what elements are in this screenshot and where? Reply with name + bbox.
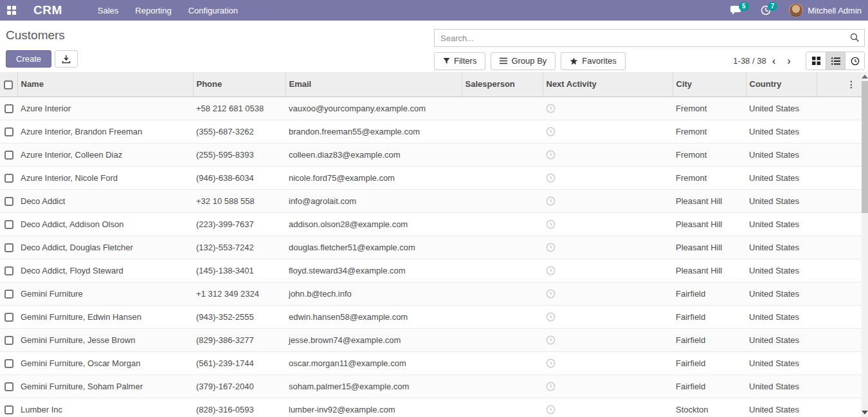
scrollbar-thumb[interactable] [862,81,868,213]
cell-city[interactable]: Fremont [673,97,746,120]
cell-next-activity[interactable] [543,143,673,166]
cell-city[interactable]: Pleasant Hill [673,189,746,212]
row-checkbox[interactable] [5,220,14,229]
row-checkbox[interactable] [5,313,14,322]
customer-row[interactable]: Azure Interior, Colleen Diaz (255)-595-8… [0,143,862,166]
customer-row[interactable]: Deco Addict, Floyd Steward (145)-138-340… [0,259,862,282]
row-checkbox[interactable] [5,174,14,183]
cell-salesperson[interactable] [462,375,543,398]
cell-country[interactable]: United States [746,305,817,328]
app-name[interactable]: CRM [33,3,62,17]
cell-next-activity[interactable] [543,120,673,143]
select-all-checkbox[interactable] [4,80,13,89]
cell-country[interactable]: United States [746,375,817,398]
cell-phone[interactable]: (829)-386-3277 [193,328,285,351]
customer-row[interactable]: Gemini Furniture, Edwin Hansen (943)-352… [0,305,862,328]
pager-next-button[interactable]: › [781,55,797,66]
search-icon[interactable] [850,33,860,45]
cell-city[interactable]: Fremont [673,120,746,143]
customer-row[interactable]: Gemini Furniture, Soham Palmer (379)-167… [0,375,862,398]
cell-name[interactable]: Lumber Inc [17,398,193,417]
cell-phone[interactable]: (255)-595-8393 [193,143,285,166]
cell-name[interactable]: Azure Interior, Colleen Diaz [17,143,193,166]
cell-email[interactable]: colleen.diaz83@example.com [285,143,462,166]
cell-name[interactable]: Gemini Furniture [17,282,193,305]
customer-row[interactable]: Gemini Furniture +1 312 349 2324 john.b@… [0,282,862,305]
cell-salesperson[interactable] [462,328,543,351]
cell-name[interactable]: Azure Interior, Nicole Ford [17,166,193,189]
cell-name[interactable]: Azure Interior, Brandon Freeman [17,120,193,143]
customer-row[interactable]: Azure Interior, Brandon Freeman (355)-68… [0,120,862,143]
cell-name[interactable]: Azure Interior [17,97,193,120]
cell-phone[interactable]: (355)-687-3262 [193,120,285,143]
cell-next-activity[interactable] [543,97,673,120]
cell-phone[interactable]: (943)-352-2555 [193,305,285,328]
cell-email[interactable]: vauxoo@yourcompany.example.com [285,97,462,120]
cell-name[interactable]: Gemini Furniture, Oscar Morgan [17,351,193,375]
pager-previous-button[interactable]: ‹ [766,55,782,66]
cell-name[interactable]: Deco Addict [17,189,193,212]
cell-salesperson[interactable] [462,351,543,375]
cell-phone[interactable]: (561)-239-1744 [193,351,285,375]
export-button[interactable] [55,50,78,68]
vertical-scrollbar[interactable] [862,72,868,417]
cell-email[interactable]: nicole.ford75@example.com [285,166,462,189]
cell-next-activity[interactable] [543,398,673,417]
row-checkbox[interactable] [5,197,14,206]
cell-phone[interactable]: (223)-399-7637 [193,212,285,236]
row-checkbox[interactable] [5,151,14,160]
cell-next-activity[interactable] [543,375,673,398]
menu-configuration[interactable]: Configuration [180,0,246,21]
cell-country[interactable]: United States [746,97,817,120]
create-button[interactable]: Create [6,50,51,68]
row-checkbox[interactable] [5,290,14,299]
customer-row[interactable]: Azure Interior, Nicole Ford (946)-638-60… [0,166,862,189]
apps-menu-button[interactable] [0,0,23,21]
cell-next-activity[interactable] [543,259,673,282]
cell-salesperson[interactable] [462,212,543,236]
cell-email[interactable]: jesse.brown74@example.com [285,328,462,351]
cell-salesperson[interactable] [462,189,543,212]
cell-phone[interactable]: +32 10 588 558 [193,189,285,212]
cell-salesperson[interactable] [462,398,543,417]
cell-city[interactable]: Fairfield [673,328,746,351]
cell-email[interactable]: john.b@tech.info [285,282,462,305]
cell-salesperson[interactable] [462,259,543,282]
cell-country[interactable]: United States [746,328,817,351]
cell-email[interactable]: lumber-inv92@example.com [285,398,462,417]
column-header-city[interactable]: City [673,72,746,97]
cell-city[interactable]: Pleasant Hill [673,236,746,259]
cell-phone[interactable]: +58 212 681 0538 [193,97,285,120]
customer-row[interactable]: Deco Addict, Addison Olson (223)-399-763… [0,212,862,236]
cell-phone[interactable]: (946)-638-6034 [193,166,285,189]
cell-city[interactable]: Fairfield [673,282,746,305]
cell-email[interactable]: brandon.freeman55@example.com [285,120,462,143]
row-checkbox[interactable] [5,405,14,414]
cell-name[interactable]: Gemini Furniture, Edwin Hansen [17,305,193,328]
cell-city[interactable]: Pleasant Hill [673,212,746,236]
cell-country[interactable]: United States [746,398,817,417]
row-checkbox[interactable] [5,266,14,275]
cell-next-activity[interactable] [543,189,673,212]
cell-email[interactable]: floyd.steward34@example.com [285,259,462,282]
activities-button[interactable]: 7 [761,5,778,15]
menu-reporting[interactable]: Reporting [127,0,179,21]
menu-sales[interactable]: Sales [89,0,127,21]
cell-salesperson[interactable] [462,305,543,328]
cell-phone[interactable]: (379)-167-2040 [193,375,285,398]
column-header-country[interactable]: Country [746,72,817,97]
kanban-view-button[interactable] [806,52,826,70]
cell-country[interactable]: United States [746,166,817,189]
cell-phone[interactable]: (828)-316-0593 [193,398,285,417]
cell-country[interactable]: United States [746,143,817,166]
cell-country[interactable]: United States [746,259,817,282]
cell-email[interactable]: oscar.morgan11@example.com [285,351,462,375]
cell-salesperson[interactable] [462,166,543,189]
activity-view-button[interactable] [845,52,864,70]
cell-country[interactable]: United States [746,236,817,259]
customer-row[interactable]: Deco Addict, Douglas Fletcher (132)-553-… [0,236,862,259]
cell-phone[interactable]: (132)-553-7242 [193,236,285,259]
cell-email[interactable]: soham.palmer15@example.com [285,375,462,398]
cell-city[interactable]: Stockton [673,398,746,417]
cell-country[interactable]: United States [746,120,817,143]
